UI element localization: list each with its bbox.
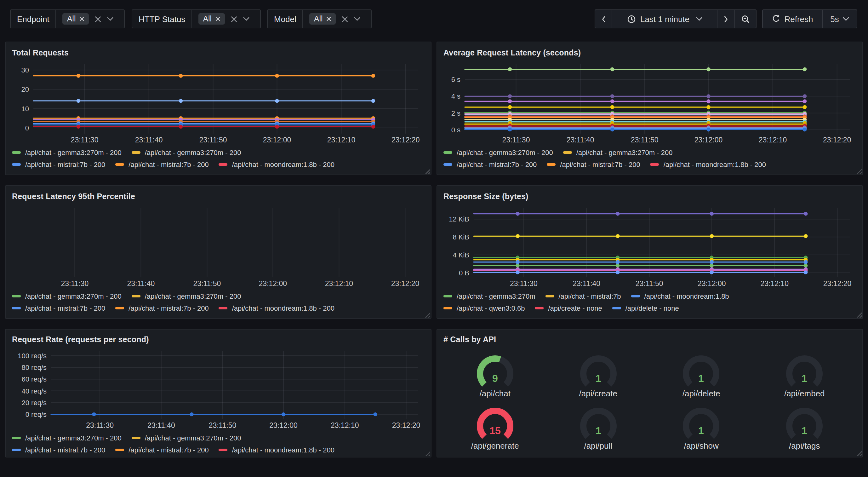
data-point-marker [516,212,519,215]
grafana-dashboard: Endpoint All HTTP Status All [0,0,868,477]
legend-item[interactable]: /api/chat - qwen3:0.6b [443,304,525,311]
chevron-down-icon[interactable] [107,17,113,21]
x-axis-tick-label: 23:11:30 [502,136,530,144]
filter-model-value[interactable]: All [303,10,367,28]
legend-item[interactable]: /api/chat - gemma3:270m [443,292,535,300]
legend-item[interactable]: /api/chat - mistral:7b - 200 [115,160,209,168]
legend-series-swatch [443,295,452,297]
remove-tag-icon[interactable] [215,17,220,22]
zoom-out-time-button[interactable] [735,9,756,28]
panel-resize-handle[interactable] [424,168,430,174]
x-axis-tick-label: 23:11:30 [86,421,114,429]
legend-series-swatch [12,151,21,153]
remove-tag-icon[interactable] [80,17,84,22]
legend-row: /api/chat - gemma3:270m - 200/api/chat -… [12,431,425,444]
time-range-back-button[interactable] [595,9,612,28]
chevron-down-icon[interactable] [243,17,249,21]
legend-item[interactable]: /api/chat - mistral:7b - 200 [115,304,209,311]
legend-item[interactable]: /api/chat - gemma3:270m - 200 [12,434,122,441]
legend-item[interactable]: /api/chat - mistral:7b - 200 [12,304,105,311]
panel-response-size: Response Size (bytes) 0 B4 KiB8 KiB12 Ki… [436,185,863,319]
filter-http-status-pill[interactable]: All [198,13,225,25]
time-series-chart[interactable]: 0 s2 s4 s6 s23:11:3023:11:4023:11:5023:1… [443,60,856,145]
filter-model-label: Model [268,10,303,28]
legend-item[interactable]: /api/chat - moondream:1.8b - 200 [219,304,335,311]
data-point-marker [508,105,512,109]
filter-model-pill[interactable]: All [310,13,336,25]
panel-title[interactable]: Average Request Latency (seconds) [443,47,856,60]
y-axis-tick-label: 100 req/s [18,352,46,360]
panel-title[interactable]: Response Size (bytes) [443,190,856,204]
legend-series-swatch [650,163,659,166]
filter-http-status-value[interactable]: All [192,10,256,28]
legend-series-swatch [443,306,452,309]
x-axis-tick-label: 23:12:20 [823,279,851,288]
legend-item[interactable]: /api/chat - mistral:7b [545,292,621,300]
filter-endpoint-value[interactable]: All [56,10,120,28]
legend-item[interactable]: /api/chat - gemma3:270m - 200 [12,148,122,156]
clear-selection-icon[interactable] [230,16,238,22]
legend-item[interactable]: /api/chat - gemma3:270m - 200 [563,148,673,156]
data-point-marker [179,74,183,78]
legend-item[interactable]: /api/create - none [535,304,602,311]
legend-item[interactable]: /api/chat - gemma3:270m - 200 [132,148,241,156]
data-point-marker [707,94,710,98]
legend-item[interactable]: /api/chat - gemma3:270m - 200 [12,292,122,300]
time-range-picker[interactable]: Last 1 minute [612,9,717,28]
data-point-marker [508,67,512,71]
y-axis-tick-label: 20 [22,85,29,93]
panel-resize-handle[interactable] [856,311,862,318]
clear-selection-icon[interactable] [94,16,101,22]
legend-item[interactable]: /api/chat - mistral:7b - 200 [443,160,537,168]
filter-endpoint-selected: All [67,14,76,23]
legend-series-label: /api/chat - gemma3:270m - 200 [25,148,122,156]
legend-item[interactable]: /api/delete - none [612,304,679,311]
panel-resize-handle[interactable] [856,168,862,174]
panel-title[interactable]: # Calls by API [443,333,856,347]
panel-resize-handle[interactable] [856,450,862,456]
dashboard-toolbar: Endpoint All HTTP Status All [0,0,868,35]
legend-row: /api/chat - gemma3:270m - 200/api/chat -… [12,146,425,158]
legend-item[interactable]: /api/chat - moondream:1.8b [631,292,729,300]
filter-endpoint: Endpoint All [10,9,125,28]
legend-item[interactable]: /api/chat - gemma3:270m - 200 [132,292,241,300]
time-series-chart[interactable]: 010203023:11:3023:11:4023:11:5023:12:002… [12,60,425,145]
data-point-marker [516,270,519,274]
legend-row: /api/chat - gemma3:270m - 200/api/chat -… [12,290,425,302]
legend-series-label: /api/chat - moondream:1.8b - 200 [232,160,335,168]
x-axis-tick-label: 23:12:10 [327,136,355,144]
time-series-chart[interactable]: 0 B4 KiB8 KiB12 KiB23:11:3023:11:4023:11… [443,204,856,289]
legend-series-swatch [12,295,21,297]
remove-tag-icon[interactable] [327,17,332,22]
legend-item[interactable]: /api/chat - mistral:7b - 200 [12,160,105,168]
clear-selection-icon[interactable] [342,16,349,22]
gauge-arc: 1 [560,349,636,390]
data-point-marker [282,412,285,416]
legend-series-swatch [219,163,228,166]
legend-item[interactable]: /api/chat - mistral:7b - 200 [547,160,640,168]
legend-series-swatch [115,448,124,451]
time-series-chart[interactable]: 23:11:3023:11:4023:11:5023:12:0023:12:10… [12,204,425,289]
legend-item[interactable]: /api/chat - gemma3:270m - 200 [443,148,553,156]
panel-title[interactable]: Total Requests [12,47,425,60]
time-range-forward-button[interactable] [717,9,735,28]
legend-item[interactable]: /api/chat - moondream:1.8b - 200 [650,160,766,168]
refresh-button[interactable]: Refresh [762,9,823,28]
legend-item[interactable]: /api/chat - moondream:1.8b - 200 [219,160,335,168]
panel-resize-handle[interactable] [424,311,430,318]
legend-item[interactable]: /api/chat - gemma3:270m - 200 [132,434,241,441]
legend-item[interactable]: /api/chat - mistral:7b - 200 [115,446,209,453]
refresh-interval-dropdown[interactable]: 5s [823,9,857,28]
gauge-api-label: /api/tags [789,441,820,450]
panel-title[interactable]: Request Latency 95th Percentile [12,190,425,204]
legend-item[interactable]: /api/chat - moondream:1.8b - 200 [219,446,335,453]
chevron-down-icon[interactable] [354,17,361,21]
panel-title[interactable]: Request Rate (requests per second) [12,333,425,347]
x-axis-tick-label: 23:11:50 [193,279,221,288]
legend-item[interactable]: /api/chat - mistral:7b - 200 [12,446,105,453]
filter-endpoint-pill[interactable]: All [63,13,89,25]
x-axis-tick-label: 23:11:50 [631,136,658,144]
panel-resize-handle[interactable] [424,450,430,456]
filter-model-selected: All [314,14,323,23]
time-series-chart[interactable]: 0 req/s20 req/s40 req/s60 req/s80 req/s1… [12,347,425,430]
